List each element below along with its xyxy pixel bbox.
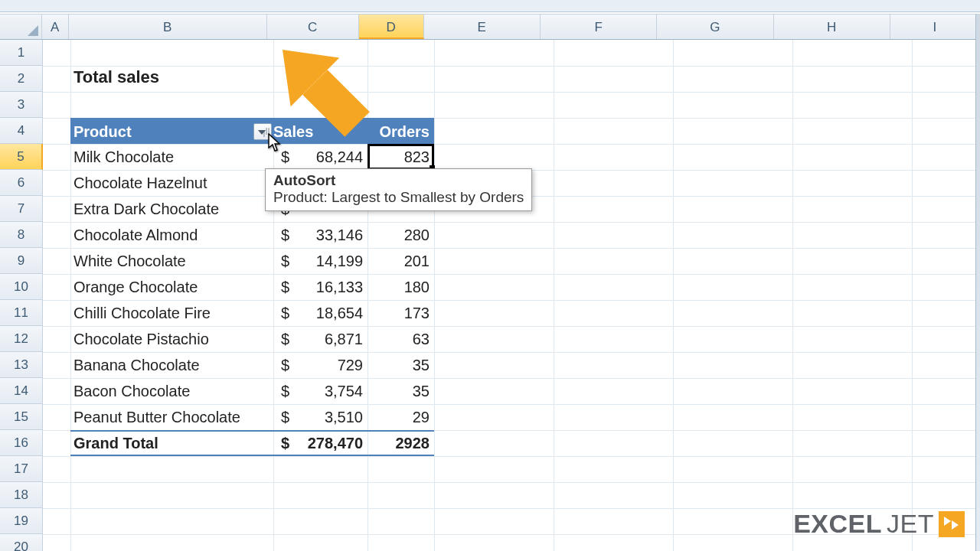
column-header-H[interactable]: H — [774, 15, 890, 39]
row-header-2[interactable]: 2 — [0, 66, 43, 92]
logo-text-2: JET — [887, 509, 934, 539]
sales-cell: 729 — [292, 357, 368, 374]
exceljet-logo: EXCELJET — [793, 509, 965, 539]
product-cell: Chocolate Hazelnut — [70, 170, 273, 196]
row-header-14[interactable]: 14 — [0, 378, 43, 404]
orders-cell: 173 — [368, 300, 434, 326]
product-cell: Peanut Butter Chocolate — [70, 404, 273, 430]
table-row[interactable]: Bacon Chocolate$3,75435 — [70, 378, 434, 404]
product-cell: Milk Chocolate — [70, 144, 273, 170]
row-header-15[interactable]: 15 — [0, 404, 43, 430]
sales-cell: 16,133 — [292, 279, 368, 296]
table-row[interactable]: Chocolate Pistachio$6,87163 — [70, 326, 434, 352]
sales-cell: 18,654 — [292, 305, 368, 322]
table-row[interactable]: Milk Chocolate$68,244823 — [70, 144, 434, 170]
vertical-scrollbar[interactable] — [975, 14, 980, 551]
sales-cell: 68,244 — [292, 148, 368, 166]
header-product[interactable]: Product — [70, 119, 273, 144]
row-headers: 1234567891011121314151617181920 — [0, 40, 43, 551]
sales-cell: 3,754 — [292, 383, 368, 400]
row-header-1[interactable]: 1 — [0, 40, 43, 66]
header-orders-label: Orders — [379, 123, 430, 141]
row-header-9[interactable]: 9 — [0, 248, 43, 274]
row-header-4[interactable]: 4 — [0, 118, 43, 144]
row-header-20[interactable]: 20 — [0, 534, 43, 551]
logo-text-1: EXCEL — [793, 509, 882, 539]
autosort-tooltip: AutoSort Product: Largest to Smallest by… — [265, 168, 532, 211]
orders-cell: 180 — [368, 274, 434, 300]
row-header-17[interactable]: 17 — [0, 456, 43, 482]
table-row[interactable]: White Chocolate$14,199201 — [70, 248, 434, 274]
table-row[interactable]: Chocolate Almond$33,146280 — [70, 222, 434, 248]
table-row[interactable]: Chilli Chocolate Fire$18,654173 — [70, 300, 434, 326]
grand-total-sales: 278,470 — [292, 435, 368, 452]
orders-cell: 35 — [368, 378, 434, 404]
row-header-10[interactable]: 10 — [0, 274, 43, 300]
row-header-5[interactable]: 5 — [0, 144, 43, 170]
column-header-I[interactable]: I — [890, 15, 980, 39]
column-header-E[interactable]: E — [424, 15, 541, 39]
table-row[interactable]: Banana Chocolate$72935 — [70, 352, 434, 378]
currency-symbol: $ — [273, 435, 292, 452]
pivot-header-row: Product Sales Orders — [70, 118, 434, 144]
product-cell: Extra Dark Chocolate — [70, 196, 273, 222]
sales-cell: 6,871 — [292, 331, 368, 348]
row-header-3[interactable]: 3 — [0, 92, 43, 118]
sales-cell: 14,199 — [292, 253, 368, 270]
product-cell: White Chocolate — [70, 248, 273, 274]
row-header-8[interactable]: 8 — [0, 222, 43, 248]
orders-cell: 201 — [368, 248, 434, 274]
orders-cell: 63 — [368, 326, 434, 352]
pivot-grand-total: Grand Total $ 278,470 2928 — [70, 430, 434, 456]
sales-cell: 3,510 — [292, 409, 368, 426]
header-sales-label: Sales — [273, 123, 313, 141]
column-header-A[interactable]: A — [42, 15, 69, 39]
header-product-label: Product — [74, 123, 132, 141]
product-cell: Chocolate Almond — [70, 222, 273, 248]
currency-symbol: $ — [273, 305, 292, 322]
autosort-dropdown-icon[interactable] — [253, 123, 272, 140]
currency-symbol: $ — [273, 383, 292, 400]
table-row[interactable]: Orange Chocolate$16,133180 — [70, 274, 434, 300]
select-all-corner[interactable] — [0, 15, 42, 39]
row-header-13[interactable]: 13 — [0, 352, 43, 378]
currency-symbol: $ — [273, 253, 292, 270]
column-header-F[interactable]: F — [541, 15, 657, 39]
worksheet-grid[interactable]: Total sales Product Sales Orders Milk Ch… — [43, 40, 980, 551]
orders-cell: 823 — [368, 144, 434, 170]
row-header-16[interactable]: 16 — [0, 430, 43, 456]
currency-symbol: $ — [273, 148, 292, 166]
orders-cell: 35 — [368, 352, 434, 378]
currency-symbol: $ — [273, 409, 292, 426]
table-row[interactable]: Peanut Butter Chocolate$3,51029 — [70, 404, 434, 430]
tooltip-title: AutoSort — [273, 172, 524, 189]
product-cell: Bacon Chocolate — [70, 378, 273, 404]
currency-symbol: $ — [273, 357, 292, 374]
currency-symbol: $ — [273, 279, 292, 296]
product-cell: Chilli Chocolate Fire — [70, 300, 273, 326]
row-header-12[interactable]: 12 — [0, 326, 43, 352]
row-header-6[interactable]: 6 — [0, 170, 43, 196]
header-orders[interactable]: Orders — [368, 119, 434, 144]
row-header-18[interactable]: 18 — [0, 482, 43, 508]
orders-cell: 29 — [368, 404, 434, 430]
row-header-11[interactable]: 11 — [0, 300, 43, 326]
currency-symbol: $ — [273, 227, 292, 244]
currency-symbol: $ — [273, 331, 292, 348]
row-header-7[interactable]: 7 — [0, 196, 43, 222]
column-headers: ABCDEFGHI — [0, 14, 980, 40]
logo-mark-icon — [939, 511, 965, 537]
row-header-19[interactable]: 19 — [0, 508, 43, 534]
grand-total-orders: 2928 — [368, 432, 434, 455]
ribbon-strip — [0, 0, 980, 12]
product-cell: Banana Chocolate — [70, 352, 273, 378]
orders-cell: 280 — [368, 222, 434, 248]
column-header-G[interactable]: G — [657, 15, 773, 39]
tooltip-body: Product: Largest to Smallest by Orders — [273, 189, 524, 206]
sales-cell: 33,146 — [292, 227, 368, 244]
product-cell: Orange Chocolate — [70, 274, 273, 300]
product-cell: Chocolate Pistachio — [70, 326, 273, 352]
column-header-B[interactable]: B — [69, 15, 267, 39]
column-header-D[interactable]: D — [359, 15, 424, 39]
pivot-title: Total sales — [74, 67, 159, 87]
